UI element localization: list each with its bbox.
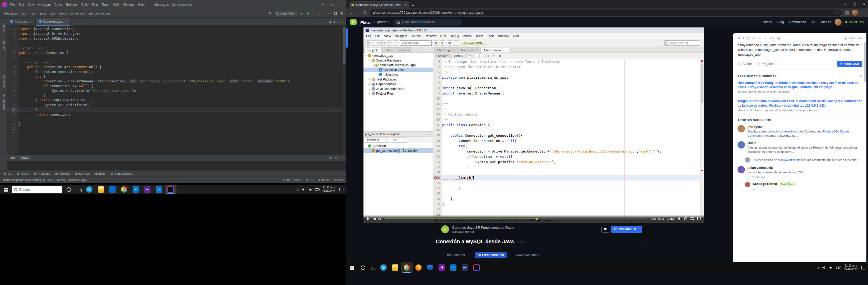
editor-tab[interactable]: Main.java× [7, 18, 36, 26]
toolwindow-problems[interactable]: Problems [34, 172, 50, 175]
notifications-icon[interactable] [339, 188, 343, 191]
underline-icon[interactable]: U [747, 36, 750, 40]
comment-item[interactable]: julian valenzuelacomo integro estas depe… [738, 166, 862, 179]
code-line[interactable]: 21 if(conection != null){ [433, 154, 704, 159]
code-line[interactable]: 3 * To change this template file, choose… [433, 59, 704, 64]
toolwindow-dependencies[interactable]: Dependencies [111, 172, 133, 175]
panel-tab-services[interactable]: Services [395, 47, 412, 52]
project-tree-item[interactable]: ▸Test Packages [364, 77, 433, 82]
tree-arrow-icon[interactable]: ▾ [365, 145, 368, 147]
close-tab-icon[interactable]: × [30, 20, 32, 23]
code-line[interactable]: 31 [433, 207, 704, 212]
code-line[interactable]: 24 [433, 170, 704, 175]
task-view-icon[interactable] [371, 266, 375, 270]
menu-file[interactable]: File [366, 34, 371, 38]
run-icon[interactable]: ▶ [301, 11, 303, 15]
collapse-icon[interactable]: ∨ [335, 156, 337, 160]
code-line[interactable]: 18 return conection; [7, 112, 346, 117]
editor-scrollbar[interactable] [343, 26, 346, 154]
volume-icon[interactable] [302, 188, 305, 191]
breadcrumb-item[interactable]: get_connection [88, 12, 110, 15]
menu-run[interactable]: Run [440, 34, 446, 38]
menu-refactor[interactable]: Refactor [425, 34, 436, 38]
close-tab-icon[interactable]: × [65, 20, 67, 23]
rewind-icon[interactable]: ◀◀ [373, 217, 375, 220]
reload-icon[interactable]: ↻ [364, 10, 367, 15]
comment-item[interactable]: Santiago BernalProfe Platzi… [745, 182, 862, 190]
tree-arrow-icon[interactable]: ▾ [372, 64, 375, 67]
code-line[interactable]: 16 [433, 128, 704, 133]
toolwindow-commit[interactable]: Commit [2, 40, 5, 50]
menu-edit[interactable]: Edit [375, 34, 380, 38]
close-suggestions-icon[interactable]: × [860, 74, 862, 78]
platzi-search-input[interactable]: ¿Qué quieres aprender? [393, 19, 462, 26]
code-line[interactable]: 7 [433, 80, 704, 85]
image-icon[interactable]: ▣ [777, 36, 780, 40]
code-icon[interactable]: </> [770, 36, 774, 40]
start-button[interactable] [346, 262, 358, 273]
tree-arrow-icon[interactable]: ▸ [368, 93, 371, 95]
close-navigator-icon[interactable]: × [430, 133, 431, 136]
close-tab-icon[interactable]: × [476, 48, 477, 51]
netbeans-code-editor[interactable]: 3 * To change this template file, choose… [433, 59, 704, 217]
bold-icon[interactable]: B [738, 36, 740, 40]
code-line[interactable]: 10 [433, 96, 704, 101]
profile-icon[interactable]: ◔ [454, 40, 459, 46]
code-line[interactable]: 6package com.platzi.mensajes_app; [433, 75, 704, 80]
secondary-filter-select[interactable]: <e...∨ [391, 137, 407, 143]
menu-edit[interactable]: Edit [19, 3, 24, 7]
hide-panel-icon[interactable]: ─ [341, 156, 343, 160]
code-line[interactable]: 16 System.out.println(ex); [7, 103, 346, 107]
minimize-icon[interactable]: ─ [321, 3, 324, 6]
taskbar-icon-edge[interactable]: e [378, 262, 390, 273]
start-button[interactable] [0, 185, 11, 194]
radio-pregunta[interactable]: Pregunta [756, 62, 774, 66]
link[interactable]: multi-contenedores [772, 130, 798, 133]
menu-navigate[interactable]: Navigate [38, 3, 51, 7]
comment-item[interactable]: En este enlace de stackoverflow tienen u… [745, 157, 862, 163]
cta-button[interactable]: CONTROL D... [611, 226, 642, 233]
code-line[interactable]: 27 } [433, 186, 704, 191]
code-line[interactable]: 1 usage new * [7, 60, 346, 65]
code-line[interactable]: 4 * and open the template in the editor. [433, 64, 704, 70]
code-line[interactable]: 2import java.sql.Connection; [7, 27, 346, 31]
breadcrumb-item[interactable]: com [50, 12, 56, 15]
code-line[interactable]: 14 } [7, 93, 346, 98]
code-line[interactable]: 12 * [433, 107, 704, 112]
close-tab-icon[interactable]: × [405, 3, 407, 7]
comment-item[interactable]: jhordyvasGracias al uso de multi-contene… [738, 125, 862, 138]
debug-icon[interactable]: ◉ [447, 40, 452, 46]
back-icon[interactable]: ← [349, 10, 353, 15]
tree-arrow-icon[interactable]: ▸ [368, 78, 371, 81]
editor-tab[interactable]: Inicio.java× [458, 47, 480, 52]
code-line[interactable]: 19 } [7, 117, 346, 122]
course-title[interactable]: Curso de Java SE Persistencia de Datos [452, 226, 514, 229]
toolwindow-bookmarks[interactable]: Bookmarks [2, 94, 5, 110]
run-settings-gear-icon[interactable]: ⚙ [328, 156, 331, 160]
toolwindow-structure[interactable]: Structure [2, 75, 5, 87]
members-filter-select[interactable]: Members∨ [365, 137, 390, 143]
tray-chevron-icon[interactable]: ∧ [297, 188, 299, 191]
bookmark-star-icon[interactable]: ☆ [836, 11, 839, 14]
tray-chevron-icon[interactable]: ∧ [817, 266, 819, 269]
course-badge-icon[interactable]: ▶ [441, 225, 449, 233]
project-tree-item[interactable]: JConexion.java [364, 68, 433, 72]
pip-icon[interactable] [690, 217, 694, 220]
clock[interactable]: 11:12 a.m. 24/02/2023 [322, 186, 336, 193]
menu-tools[interactable]: Tools [487, 34, 494, 38]
code-line[interactable]: 11 conection = DriverManager.getConnecti… [7, 79, 346, 84]
menu-help[interactable]: Help [138, 3, 145, 7]
browser-menu-icon[interactable]: ⋮ [861, 10, 865, 15]
code-line[interactable]: 13 System.out.println("Conexión realizad… [7, 88, 346, 93]
code-line[interactable]: 17 public Connection get_connection(){ [433, 133, 704, 138]
code-line[interactable]: 26 [433, 180, 704, 186]
toolwindow-git[interactable]: Git [4, 172, 11, 175]
undo-icon[interactable]: ↶ [386, 40, 392, 46]
fullscreen-icon[interactable] [698, 217, 701, 220]
code-line[interactable]: 13 * @author ohnyfi [433, 112, 704, 117]
taskbar-icon-store[interactable] [107, 185, 118, 194]
menu-profile[interactable]: Profile [463, 34, 472, 38]
code-line[interactable]: 20} [7, 122, 346, 127]
build-hammer-icon[interactable]: ⚒ [268, 11, 272, 15]
taskbar-icon-vscode[interactable]: ‹› [153, 185, 165, 194]
